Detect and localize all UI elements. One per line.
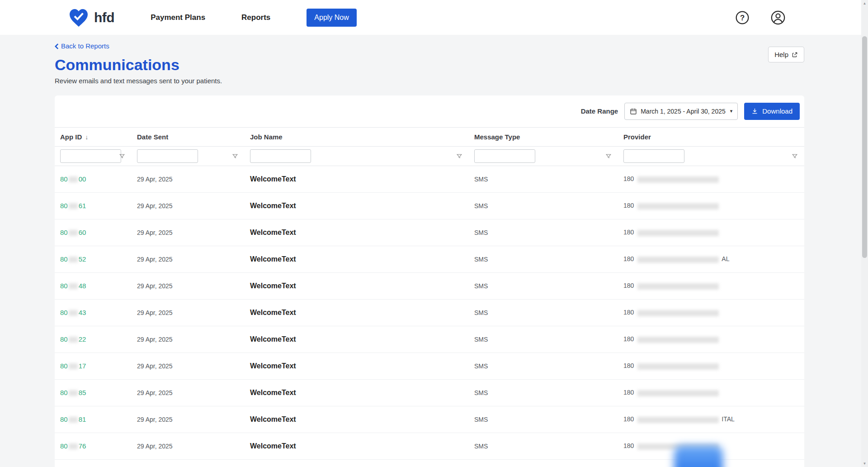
message-type-cell: SMS [469, 272, 618, 299]
chevron-left-icon [55, 43, 59, 49]
filter-input-date-sent[interactable] [137, 149, 198, 163]
redacted-app-id-digits [69, 257, 78, 262]
app-id-cell: 8000 [55, 166, 132, 192]
filter-input-message-type[interactable] [474, 149, 535, 163]
app-id-cell: 8076 [55, 433, 132, 459]
table-row: 8060 29 Apr, 2025 WelcomeText SMS 180 [55, 219, 804, 246]
job-name-cell: WelcomeText [245, 353, 469, 379]
page-header: Communications Review emails and text me… [55, 56, 804, 85]
date-range-dropdown[interactable]: March 1, 2025 - April 30, 2025 ▾ [624, 103, 738, 120]
job-name-cell: WelcomeText [245, 433, 469, 459]
app-id-link[interactable]: 8061 [60, 202, 86, 210]
funnel-filter-icon[interactable] [456, 153, 462, 159]
funnel-filter-icon[interactable] [232, 153, 238, 159]
redacted-app-id-digits [69, 230, 78, 236]
filter-input-job-name[interactable] [250, 149, 311, 163]
hfd-logo[interactable]: hfd [67, 8, 114, 28]
date-sent-cell: 29 Apr, 2025 [132, 406, 245, 433]
job-name-cell: WelcomeText [245, 272, 469, 299]
filter-input-app-id[interactable] [60, 149, 121, 163]
external-link-icon [792, 52, 798, 58]
message-type-cell: SMS [469, 379, 618, 406]
table-row: 8081 29 Apr, 2025 WelcomeText SMS 180ITA… [55, 406, 804, 433]
column-header-provider[interactable]: Provider [618, 127, 804, 146]
app-id-link[interactable]: 8017 [60, 362, 86, 370]
redacted-provider-name [637, 176, 719, 183]
app-id-cell: 8017 [55, 353, 132, 379]
redacted-provider-name [637, 257, 719, 263]
date-sent-cell: 29 Apr, 2025 [132, 459, 245, 467]
provider-cell: 180 [618, 299, 804, 326]
page-subtitle: Review emails and text messages sent to … [55, 77, 804, 85]
table-header-row: App ID↓ Date Sent Job Name Message Type … [55, 127, 804, 146]
column-header-job-name[interactable]: Job Name [245, 127, 469, 146]
back-to-reports-link[interactable]: Back to Reports [55, 42, 109, 50]
table-toolbar: Date Range March 1, 2025 - April 30, 202… [55, 103, 804, 127]
funnel-filter-icon[interactable] [792, 153, 798, 159]
column-label: App ID [60, 133, 82, 141]
message-type-cell: SMS [469, 326, 618, 353]
filter-input-provider[interactable] [623, 149, 684, 163]
download-button-label: Download [762, 107, 793, 115]
job-name-cell: WelcomeText [245, 219, 469, 246]
app-id-link[interactable]: 8022 [60, 335, 86, 343]
question-circle-icon[interactable]: ? [735, 10, 750, 25]
provider-cell: 180 [618, 326, 804, 353]
table-row: 8000 29 Apr, 2025 WelcomeText SMS 180 [55, 166, 804, 192]
redacted-provider-name [637, 310, 719, 316]
message-type-cell: SMS [469, 299, 618, 326]
column-header-message-type[interactable]: Message Type [469, 127, 618, 146]
app-id-cell: 8043 [55, 299, 132, 326]
redacted-app-id-digits [69, 417, 78, 423]
provider-cell: 180 [618, 379, 804, 406]
chat-widget-blurred[interactable] [674, 445, 723, 467]
help-button[interactable]: Help [768, 47, 804, 62]
funnel-filter-icon[interactable] [119, 153, 125, 159]
scroll-up-arrow[interactable]: ▲ [861, 1, 868, 5]
scroll-down-arrow[interactable]: ▼ [861, 462, 868, 466]
communications-table: App ID↓ Date Sent Job Name Message Type … [55, 127, 804, 467]
redacted-app-id-digits [69, 390, 78, 396]
column-header-date-sent[interactable]: Date Sent [132, 127, 245, 146]
job-name-cell: WelcomeText [245, 246, 469, 272]
app-id-link[interactable]: 8076 [60, 442, 86, 450]
communications-card: Date Range March 1, 2025 - April 30, 202… [55, 95, 804, 467]
job-name-cell: WelcomeText [245, 192, 469, 219]
column-label: Job Name [250, 133, 283, 141]
app-id-link[interactable]: 8085 [60, 389, 86, 396]
job-name-cell: WelcomeText [245, 459, 469, 467]
table-row: 8048 29 Apr, 2025 WelcomeText SMS 180 [55, 272, 804, 299]
app-id-cell: 8060 [55, 219, 132, 246]
scrollbar-thumb[interactable] [862, 36, 867, 258]
date-sent-cell: 29 Apr, 2025 [132, 192, 245, 219]
download-button[interactable]: Download [744, 103, 800, 120]
provider-cell: 180 [618, 272, 804, 299]
funnel-filter-icon[interactable] [605, 153, 612, 159]
redacted-provider-name [637, 363, 719, 370]
date-range-label: Date Range [581, 107, 618, 115]
app-id-cell: 8052 [55, 246, 132, 272]
sort-descending-icon: ↓ [85, 133, 88, 141]
redacted-provider-name [637, 417, 719, 423]
nav-item-payment-plans[interactable]: Payment Plans [151, 13, 205, 22]
message-type-cell: SMS [469, 433, 618, 459]
column-header-app-id[interactable]: App ID↓ [55, 127, 132, 146]
message-type-cell: SMS [469, 166, 618, 192]
scrollbar[interactable]: ▲ ▼ [861, 0, 868, 467]
provider-cell: 180 [618, 192, 804, 219]
nav-item-reports[interactable]: Reports [241, 13, 270, 22]
app-id-link[interactable]: 8000 [60, 175, 86, 183]
date-sent-cell: 29 Apr, 2025 [132, 166, 245, 192]
redacted-app-id-digits [69, 443, 78, 449]
app-id-link[interactable]: 8052 [60, 255, 86, 263]
app-id-link[interactable]: 8043 [60, 309, 86, 316]
apply-now-button[interactable]: Apply Now [307, 9, 356, 27]
app-id-link[interactable]: 8060 [60, 229, 86, 236]
table-row: 8043 29 Apr, 2025 WelcomeText SMS 180 [55, 299, 804, 326]
redacted-provider-name [637, 283, 719, 290]
message-type-cell: SMS [469, 459, 618, 467]
app-id-link[interactable]: 8081 [60, 415, 86, 423]
user-circle-icon[interactable] [770, 10, 786, 25]
app-id-link[interactable]: 8048 [60, 282, 86, 290]
message-type-cell: SMS [469, 246, 618, 272]
